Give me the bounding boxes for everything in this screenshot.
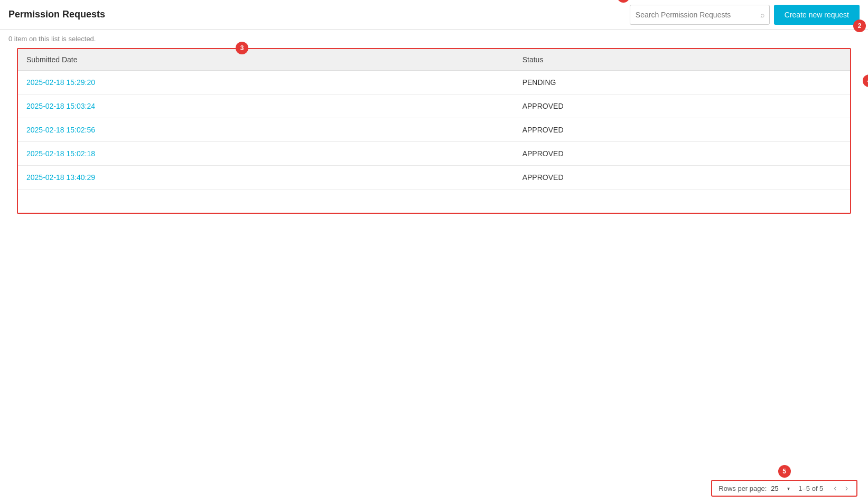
- table-row[interactable]: 2025-02-18 15:03:24APPROVED: [18, 94, 850, 118]
- annotation-badge-2: 2: [853, 20, 866, 32]
- footer: 5 Rows per page: 10 25 50 100 1–5 of 5 ‹…: [0, 473, 868, 503]
- date-link[interactable]: 2025-02-18 13:40:29: [26, 173, 95, 182]
- table-area: 3 4 Submitted Date Status 2025-02-18 15:…: [8, 48, 860, 214]
- col-header-status: Status: [514, 49, 850, 71]
- cell-status: APPROVED: [514, 118, 850, 142]
- table-row[interactable]: 2025-02-18 13:40:29APPROVED: [18, 166, 850, 189]
- annotation-badge-5: 5: [778, 465, 791, 478]
- create-new-request-button[interactable]: Create new request: [774, 5, 860, 25]
- table-container: Submitted Date Status 2025-02-18 15:29:2…: [17, 48, 851, 214]
- annotation-badge-3: 3: [236, 42, 248, 54]
- cell-status: APPROVED: [514, 94, 850, 118]
- pagination-controls: Rows per page: 10 25 50 100 1–5 of 5 ‹ ›: [711, 480, 857, 497]
- header-actions: 1 ⌕ Create new request 2: [630, 5, 860, 25]
- cell-status: APPROVED: [514, 142, 850, 166]
- next-page-button[interactable]: ›: [843, 484, 850, 492]
- empty-row: [18, 189, 850, 213]
- date-link[interactable]: 2025-02-18 15:03:24: [26, 102, 95, 110]
- permission-requests-table: Submitted Date Status 2025-02-18 15:29:2…: [18, 49, 850, 213]
- page-title: Permission Requests: [8, 9, 105, 20]
- prev-page-button[interactable]: ‹: [832, 484, 838, 492]
- date-link[interactable]: 2025-02-18 15:29:20: [26, 78, 95, 87]
- selection-info: 0 item on this list is selected.: [0, 30, 868, 48]
- cell-submitted-date[interactable]: 2025-02-18 15:29:20: [18, 71, 514, 94]
- cell-status: PENDING: [514, 71, 850, 94]
- rows-per-page-select[interactable]: 10 25 50 100: [771, 485, 790, 492]
- page-header: Permission Requests 1 ⌕ Create new reque…: [0, 0, 868, 30]
- cell-status: APPROVED: [514, 166, 850, 189]
- cell-submitted-date[interactable]: 2025-02-18 15:02:56: [18, 118, 514, 142]
- cell-submitted-date[interactable]: 2025-02-18 15:02:18: [18, 142, 514, 166]
- search-icon: ⌕: [760, 11, 764, 19]
- cell-submitted-date[interactable]: 2025-02-18 13:40:29: [18, 166, 514, 189]
- table-header-row: Submitted Date Status: [18, 49, 850, 71]
- page-range: 1–5 of 5: [798, 485, 823, 492]
- table-row[interactable]: 2025-02-18 15:02:18APPROVED: [18, 142, 850, 166]
- search-wrapper: ⌕: [630, 5, 770, 25]
- date-link[interactable]: 2025-02-18 15:02:56: [26, 126, 95, 134]
- rows-per-page-select-wrapper: 10 25 50 100: [771, 485, 790, 492]
- search-input[interactable]: [630, 5, 770, 25]
- table-row[interactable]: 2025-02-18 15:02:56APPROVED: [18, 118, 850, 142]
- table-row[interactable]: 2025-02-18 15:29:20PENDING: [18, 71, 850, 94]
- col-header-submitted-date: Submitted Date: [18, 49, 514, 71]
- annotation-badge-1: 1: [617, 0, 630, 3]
- date-link[interactable]: 2025-02-18 15:02:18: [26, 149, 95, 158]
- footer-relative: 5 Rows per page: 10 25 50 100 1–5 of 5 ‹…: [711, 480, 857, 497]
- rows-per-page-label: Rows per page:: [718, 485, 767, 492]
- cell-submitted-date[interactable]: 2025-02-18 15:03:24: [18, 94, 514, 118]
- annotation-badge-4: 4: [863, 74, 868, 87]
